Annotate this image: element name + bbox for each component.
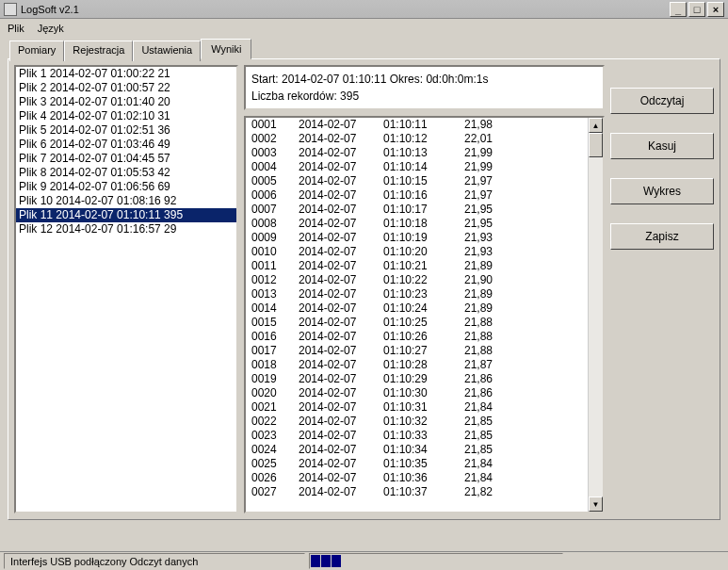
record-row[interactable]: 00162014-02-0701:10:2621,88	[246, 330, 588, 344]
file-list-item[interactable]: Plik 5 2014-02-07 01:02:51 36	[16, 123, 236, 138]
wykres-button[interactable]: Wykres	[610, 178, 714, 204]
maximize-button[interactable]: □	[688, 2, 705, 17]
title-bar: LogSoft v2.1 _ □ ×	[0, 0, 728, 19]
record-row[interactable]: 00052014-02-0701:10:1521,97	[246, 174, 588, 188]
record-row[interactable]: 00212014-02-0701:10:3121,84	[246, 400, 588, 415]
record-row[interactable]: 00192014-02-0701:10:2921,86	[246, 372, 588, 386]
file-list-item[interactable]: Plik 2 2014-02-07 01:00:57 22	[16, 81, 236, 95]
records-scrollbar[interactable]: ▲ ▼	[588, 118, 603, 512]
record-row[interactable]: 00032014-02-0701:10:1321,99	[246, 146, 588, 160]
record-row[interactable]: 00242014-02-0701:10:3421,85	[246, 443, 588, 457]
menu-plik[interactable]: Plik	[8, 23, 24, 34]
cell-value: 21,84	[464, 457, 521, 471]
record-row[interactable]: 00022014-02-0701:10:1222,01	[246, 132, 588, 146]
record-row[interactable]: 00182014-02-0701:10:2821,87	[246, 358, 588, 372]
record-row[interactable]: 00202014-02-0701:10:3021,86	[246, 386, 588, 400]
cell-id: 0005	[251, 174, 299, 188]
record-row[interactable]: 00132014-02-0701:10:2321,89	[246, 287, 588, 301]
cell-id: 0004	[251, 160, 299, 174]
record-row[interactable]: 00042014-02-0701:10:1421,99	[246, 160, 588, 174]
cell-date: 2014-02-07	[299, 118, 383, 132]
record-row[interactable]: 00272014-02-0701:10:3721,82	[246, 485, 588, 499]
cell-value: 21,89	[464, 301, 521, 316]
record-row[interactable]: 00102014-02-0701:10:2021,93	[246, 245, 588, 259]
progress-block	[332, 555, 341, 567]
odczytaj-button[interactable]: Odczytaj	[610, 88, 714, 114]
record-row[interactable]: 00072014-02-0701:10:1721,95	[246, 203, 588, 217]
zapisz-button[interactable]: Zapisz	[610, 223, 714, 250]
file-list-item[interactable]: Plik 4 2014-02-07 01:02:10 31	[16, 109, 236, 123]
cell-time: 01:10:31	[383, 400, 464, 415]
tab-ustawienia[interactable]: Ustawienia	[133, 41, 201, 61]
file-list-item[interactable]: Plik 9 2014-02-07 01:06:56 69	[16, 180, 236, 194]
file-list-item[interactable]: Plik 10 2014-02-07 01:08:16 92	[16, 194, 236, 208]
cell-date: 2014-02-07	[299, 245, 383, 259]
cell-time: 01:10:18	[383, 217, 464, 231]
file-list-item[interactable]: Plik 1 2014-02-07 01:00:22 21	[16, 67, 236, 81]
record-row[interactable]: 00152014-02-0701:10:2521,88	[246, 316, 588, 330]
cell-value: 21,82	[464, 485, 521, 499]
cell-time: 01:10:25	[383, 316, 464, 330]
cell-id: 0020	[251, 386, 299, 400]
cell-date: 2014-02-07	[299, 273, 383, 287]
record-row[interactable]: 00112014-02-0701:10:2121,89	[246, 259, 588, 273]
file-list-item[interactable]: Plik 6 2014-02-07 01:03:46 49	[16, 138, 236, 152]
record-row[interactable]: 00082014-02-0701:10:1821,95	[246, 217, 588, 231]
cell-date: 2014-02-07	[299, 443, 383, 457]
cell-date: 2014-02-07	[299, 316, 383, 330]
kasuj-button[interactable]: Kasuj	[610, 133, 714, 159]
cell-id: 0001	[251, 118, 299, 132]
record-row[interactable]: 00252014-02-0701:10:3521,84	[246, 457, 588, 471]
cell-value: 21,95	[464, 217, 521, 231]
tab-wyniki[interactable]: Wyniki	[201, 39, 251, 59]
records-body[interactable]: 00012014-02-0701:10:1121,9800022014-02-0…	[246, 118, 588, 512]
scroll-track[interactable]	[589, 157, 603, 497]
cell-value: 21,88	[464, 330, 521, 344]
cell-value: 21,99	[464, 146, 521, 160]
file-list-item[interactable]: Plik 7 2014-02-07 01:04:45 57	[16, 152, 236, 166]
close-button[interactable]: ×	[707, 2, 724, 17]
cell-time: 01:10:14	[383, 160, 464, 174]
scroll-down-button[interactable]: ▼	[589, 497, 603, 512]
minimize-button[interactable]: _	[670, 2, 687, 17]
cell-time: 01:10:22	[383, 273, 464, 287]
progress-bar	[309, 553, 563, 569]
record-row[interactable]: 00262014-02-0701:10:3621,84	[246, 471, 588, 485]
file-list-item[interactable]: Plik 3 2014-02-07 01:01:40 20	[16, 95, 236, 109]
record-row[interactable]: 00232014-02-0701:10:3321,85	[246, 429, 588, 443]
cell-date: 2014-02-07	[299, 386, 383, 400]
file-list[interactable]: Plik 1 2014-02-07 01:00:22 21Plik 2 2014…	[14, 65, 238, 513]
progress-block	[321, 555, 331, 567]
record-row[interactable]: 00222014-02-0701:10:3221,85	[246, 415, 588, 429]
record-row[interactable]: 00062014-02-0701:10:1621,97	[246, 188, 588, 203]
scroll-thumb[interactable]	[589, 133, 603, 157]
file-list-item[interactable]: Plik 8 2014-02-07 01:05:53 42	[16, 166, 236, 180]
cell-time: 01:10:29	[383, 372, 464, 386]
cell-time: 01:10:13	[383, 146, 464, 160]
record-row[interactable]: 00092014-02-0701:10:1921,93	[246, 231, 588, 245]
cell-time: 01:10:30	[383, 386, 464, 400]
cell-time: 01:10:34	[383, 443, 464, 457]
cell-id: 0003	[251, 146, 299, 160]
cell-id: 0002	[251, 132, 299, 146]
record-row[interactable]: 00012014-02-0701:10:1121,98	[246, 118, 588, 132]
cell-time: 01:10:15	[383, 174, 464, 188]
cell-value: 21,88	[464, 344, 521, 358]
scroll-up-button[interactable]: ▲	[589, 118, 603, 133]
file-list-item[interactable]: Plik 12 2014-02-07 01:16:57 29	[16, 222, 236, 236]
menu-jezyk[interactable]: Język	[38, 23, 64, 34]
menu-bar: Plik Język	[0, 19, 728, 38]
tab-pomiary[interactable]: Pomiary	[9, 41, 64, 61]
cell-date: 2014-02-07	[299, 160, 383, 174]
cell-id: 0008	[251, 217, 299, 231]
record-row[interactable]: 00142014-02-0701:10:2421,89	[246, 301, 588, 316]
cell-date: 2014-02-07	[299, 217, 383, 231]
cell-value: 21,84	[464, 400, 521, 415]
file-list-item[interactable]: Plik 11 2014-02-07 01:10:11 395	[16, 208, 236, 222]
cell-time: 01:10:11	[383, 118, 464, 132]
cell-value: 21,85	[464, 443, 521, 457]
record-row[interactable]: 00122014-02-0701:10:2221,90	[246, 273, 588, 287]
record-row[interactable]: 00172014-02-0701:10:2721,88	[246, 344, 588, 358]
cell-date: 2014-02-07	[299, 471, 383, 485]
tab-rejestracja[interactable]: Rejestracja	[64, 41, 133, 61]
